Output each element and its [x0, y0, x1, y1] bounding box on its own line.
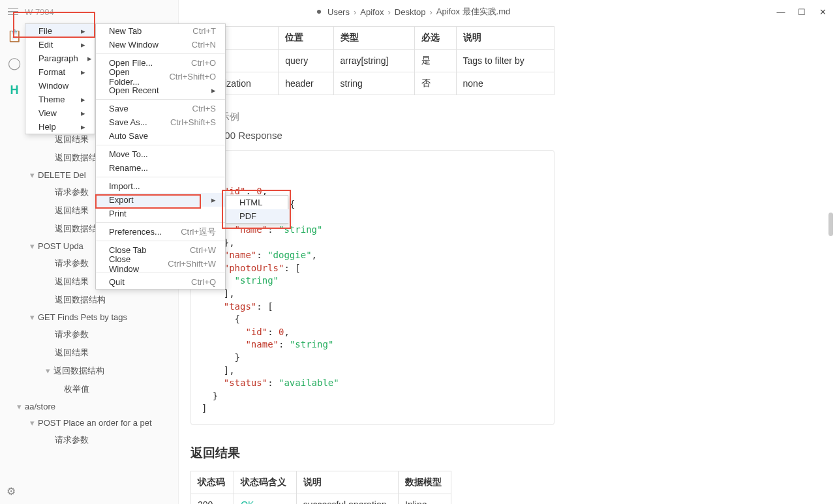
menu-item[interactable]: Open Folder...Ctrl+Shift+O	[96, 70, 225, 83]
table-cell: 是	[414, 50, 456, 72]
chevron-right-icon: ▸	[81, 26, 85, 36]
circle-icon[interactable]: ◯	[8, 56, 21, 70]
table-header: 数据模型	[399, 471, 451, 494]
results-heading: 返回结果	[190, 445, 830, 462]
menu-item-label: Edit	[38, 40, 53, 50]
results-table: 状态码状态码含义说明数据模型200OKsuccessful operationI…	[190, 471, 451, 504]
tree-node[interactable]: 请求参数	[26, 431, 178, 449]
tree-node-label: 返回数据结构	[53, 366, 104, 376]
menu-item[interactable]: SaveCtrl+S	[96, 102, 225, 115]
outline-icon[interactable]: H	[10, 83, 19, 97]
tree-node[interactable]: ▾aa/store	[13, 398, 178, 415]
chevron-right-icon: ›	[387, 7, 390, 17]
tree-node-label: 请求参数	[55, 258, 89, 268]
table-header: 说明	[456, 27, 554, 50]
tree-node[interactable]: 枚举值	[26, 380, 178, 398]
chevron-right-icon: ▸	[81, 67, 85, 77]
hamburger-icon[interactable]	[8, 8, 18, 16]
menu-item-view[interactable]: View▸	[25, 106, 95, 120]
menu-item-format[interactable]: Format▸	[25, 65, 95, 79]
menu-shortcut: Ctrl+Shift+O	[169, 72, 216, 82]
menu-item-paragraph[interactable]: Paragraph▸	[25, 52, 95, 65]
menu-item[interactable]: New WindowCtrl+N	[96, 38, 225, 52]
menu-item-pdf[interactable]: PDF	[226, 209, 289, 223]
menu-item-help[interactable]: Help▸	[25, 120, 95, 134]
table-cell: header	[279, 72, 333, 95]
menu-item[interactable]: Close WindowCtrl+Shift+W	[96, 257, 225, 271]
code-block[interactable]: [ { "id": 0, "category": { "id": 0, "nam…	[190, 150, 554, 425]
main-panel: Users›Apifox›Desktop›Apifox 最佳实践.md — ☐ …	[179, 0, 835, 504]
menu-item-label: File	[38, 26, 52, 36]
menu-shortcut: Ctrl+O	[191, 58, 216, 68]
table-cell: array[string]	[333, 50, 414, 72]
tree-node[interactable]: ▾GET Finds Pets by tags	[26, 309, 178, 325]
close-button[interactable]: ✕	[818, 7, 827, 17]
menu-separator	[96, 222, 225, 223]
menu-item[interactable]: New TabCtrl+T	[96, 24, 225, 38]
menu-separator	[96, 177, 225, 177]
menu-item-file[interactable]: File▸	[25, 24, 95, 38]
menu-item[interactable]: Save As...Ctrl+Shift+S	[96, 115, 225, 129]
tree-node[interactable]: ▾POST Place an order for a pet	[26, 415, 178, 431]
chevron-right-icon: ›	[429, 7, 432, 17]
menu-separator	[96, 241, 225, 241]
chevron-right-icon: ▸	[81, 122, 85, 132]
tree-node-label: 请求参数	[55, 329, 89, 339]
tree-node[interactable]: 请求参数	[26, 325, 178, 344]
clipboard-icon[interactable]: 📋	[7, 29, 22, 43]
menu-item-window[interactable]: Window	[25, 79, 95, 93]
menu-shortcut: Ctrl+Shift+S	[170, 117, 216, 127]
tree-node-label: 枚举值	[64, 384, 89, 394]
menu-item[interactable]: Auto Save	[96, 129, 225, 143]
menu-item[interactable]: Move To...	[96, 147, 225, 161]
table-cell: 否	[414, 72, 456, 95]
breadcrumb-segment[interactable]: Apifox	[360, 7, 384, 17]
menu-item-theme[interactable]: Theme▸	[25, 93, 95, 106]
editor-content[interactable]: 名称位置类型必选说明tagsqueryarray[string]是Tags to…	[179, 23, 835, 504]
scrollbar-thumb[interactable]	[828, 213, 833, 236]
menu-item[interactable]: Preferences...Ctrl+逗号	[96, 225, 225, 239]
status-link[interactable]: OK	[241, 499, 254, 504]
menu-item-label: Preferences...	[109, 227, 162, 237]
menu-separator	[96, 99, 225, 100]
tree-node-label: DELETE Del	[38, 170, 86, 180]
table-header: 类型	[333, 27, 414, 50]
table-row: tagsqueryarray[string]是Tags to filter by	[191, 50, 554, 72]
maximize-button[interactable]: ☐	[797, 7, 806, 17]
export-submenu: HTMLPDF	[226, 195, 288, 224]
menu-item-html[interactable]: HTML	[226, 196, 289, 209]
menu-item[interactable]: Import...	[96, 179, 225, 193]
table-cell: Tags to filter by	[456, 50, 554, 72]
menu-item-label: New Window	[109, 40, 159, 50]
table-cell: Inline	[399, 494, 451, 504]
menu-item[interactable]: Print	[96, 207, 225, 220]
breadcrumb-segment[interactable]: Apifox 最佳实践.md	[436, 6, 510, 18]
gear-icon[interactable]: ⚙	[7, 485, 16, 497]
menu-shortcut: Ctrl+T	[192, 26, 216, 36]
tree-node[interactable]: 返回数据结构	[26, 291, 178, 309]
chevron-right-icon: ▸	[87, 53, 92, 63]
tree-node[interactable]: 返回结果	[26, 344, 178, 362]
menu-item[interactable]: Rename...	[96, 161, 225, 175]
menu-item-label: Close Window	[109, 254, 152, 274]
tree-node-label: POST Place an order for a pet	[38, 418, 152, 428]
tree-node-label: GET Finds Pets by tags	[38, 312, 127, 322]
window-controls: — ☐ ✕	[776, 7, 827, 17]
minimize-button[interactable]: —	[776, 7, 785, 17]
chevron-down-icon: ▾	[30, 241, 37, 251]
menu-item[interactable]: Export▸	[96, 193, 225, 207]
menu-item-label: Paragraph	[38, 53, 78, 63]
tree-node-label: POST Upda	[38, 241, 84, 251]
breadcrumb-segment[interactable]: Users	[327, 7, 350, 17]
menu-item[interactable]: QuitCtrl+Q	[96, 275, 225, 289]
menu-item[interactable]: Open Recent▸	[96, 83, 225, 97]
menu-item-label: Import...	[109, 181, 140, 191]
breadcrumb: Users›Apifox›Desktop›Apifox 最佳实践.md	[317, 6, 510, 18]
tree-node[interactable]: ▾返回数据结构	[26, 362, 178, 380]
breadcrumb-segment[interactable]: Desktop	[395, 7, 426, 17]
menu-item-edit[interactable]: Edit▸	[25, 38, 95, 52]
tree-node-label: 返回数据结构	[55, 295, 106, 304]
table-cell: successful operation	[296, 494, 398, 504]
tree-node-label: 请求参数	[55, 187, 89, 197]
tree-node-label: 返回数据结	[55, 224, 97, 233]
